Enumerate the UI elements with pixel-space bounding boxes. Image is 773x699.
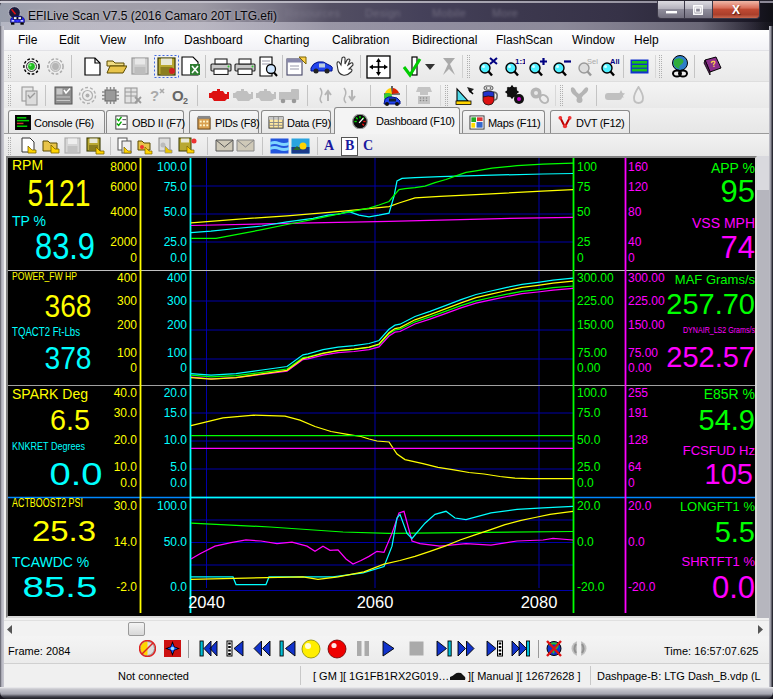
svg-text:ACTBOOST2 PSI: ACTBOOST2 PSI: [12, 496, 83, 510]
svg-text:FCSFUD Hz: FCSFUD Hz: [683, 443, 755, 458]
svg-text:25.3: 25.3: [32, 515, 96, 547]
svg-text:5.5: 5.5: [715, 516, 755, 548]
svg-text:8000: 8000: [110, 160, 137, 174]
svg-text:0: 0: [628, 476, 635, 490]
svg-text:0.0: 0.0: [577, 476, 594, 490]
svg-text:15.0: 15.0: [164, 406, 188, 420]
svg-text:54.9: 54.9: [699, 404, 755, 436]
svg-text:200: 200: [117, 318, 137, 332]
svg-text:20.0: 20.0: [628, 499, 652, 513]
svg-text:-2.0: -2.0: [116, 580, 137, 594]
svg-text:6.5: 6.5: [50, 404, 90, 436]
svg-text:100: 100: [167, 346, 187, 360]
svg-text:400: 400: [167, 271, 187, 285]
svg-text:50.0: 50.0: [164, 535, 188, 549]
svg-text:191: 191: [628, 406, 648, 420]
svg-text:30.0: 30.0: [114, 499, 138, 513]
svg-text:100: 100: [577, 160, 597, 174]
svg-text:20.0: 20.0: [577, 499, 601, 513]
svg-text:25.0: 25.0: [577, 460, 601, 474]
svg-text:105: 105: [705, 458, 753, 490]
svg-text:14.0: 14.0: [114, 535, 138, 549]
svg-text:160: 160: [628, 160, 648, 174]
svg-text:0.0: 0.0: [170, 251, 187, 265]
svg-text:All: All: [610, 57, 620, 66]
svg-text:50.0: 50.0: [577, 433, 601, 447]
svg-text:257.70: 257.70: [666, 288, 755, 320]
svg-text:300: 300: [167, 294, 187, 308]
svg-text:VSS MPH: VSS MPH: [692, 215, 755, 231]
svg-text:10.0: 10.0: [114, 460, 138, 474]
svg-text:0.0: 0.0: [628, 535, 645, 549]
svg-text:64: 64: [628, 460, 642, 474]
svg-text:5121: 5121: [28, 173, 91, 214]
svg-text:POWER_FW HP: POWER_FW HP: [12, 270, 77, 282]
svg-text:?: ?: [150, 87, 159, 104]
svg-text:40.0: 40.0: [114, 386, 138, 400]
svg-text:0.00: 0.00: [577, 361, 601, 375]
svg-text:300.00: 300.00: [577, 271, 614, 285]
svg-text:6000: 6000: [110, 180, 137, 194]
svg-text:40: 40: [628, 235, 642, 249]
svg-text:50: 50: [577, 205, 591, 219]
svg-text:LONGFT1 %: LONGFT1 %: [680, 499, 755, 514]
svg-text:2060: 2060: [357, 593, 394, 611]
svg-text:74: 74: [721, 230, 755, 265]
svg-text:0: 0: [577, 251, 584, 265]
svg-text:TQACT2 Ft-Lbs: TQACT2 Ft-Lbs: [12, 325, 80, 339]
svg-text:75.0: 75.0: [164, 180, 188, 194]
svg-text:83.9: 83.9: [35, 226, 95, 267]
svg-text:252.57: 252.57: [666, 341, 755, 373]
svg-text:0: 0: [180, 361, 187, 375]
svg-text:75.00: 75.00: [577, 346, 607, 360]
svg-text:5.0: 5.0: [170, 460, 187, 474]
svg-text:120: 120: [628, 180, 648, 194]
svg-text:1:1: 1:1: [515, 57, 525, 66]
svg-text:128: 128: [628, 433, 648, 447]
svg-text:225.00: 225.00: [628, 294, 665, 308]
svg-text:TCAWDC %: TCAWDC %: [12, 554, 89, 570]
svg-text:0.0: 0.0: [120, 476, 137, 490]
svg-text:378: 378: [45, 341, 92, 376]
svg-text:85.5: 85.5: [23, 571, 98, 603]
svg-text:20.0: 20.0: [164, 386, 188, 400]
svg-text:0.0: 0.0: [712, 570, 755, 605]
svg-text:0: 0: [628, 251, 635, 265]
svg-text:E85R %: E85R %: [704, 386, 755, 402]
svg-text:75.0: 75.0: [577, 406, 601, 420]
svg-text:20.0: 20.0: [114, 433, 138, 447]
svg-text:50.0: 50.0: [164, 205, 188, 219]
svg-text:-20.0: -20.0: [577, 580, 605, 594]
svg-text:400: 400: [117, 271, 137, 285]
svg-text:0.0: 0.0: [170, 476, 187, 490]
svg-text:DYNAIR_LS2 Grams/s: DYNAIR_LS2 Grams/s: [683, 325, 755, 335]
svg-text:300: 300: [117, 294, 137, 308]
svg-text:SPARK Deg: SPARK Deg: [12, 386, 88, 402]
svg-text:25.0: 25.0: [164, 235, 188, 249]
svg-text:4000: 4000: [110, 205, 137, 219]
svg-text:-20.0: -20.0: [628, 580, 656, 594]
svg-text:100.0: 100.0: [157, 160, 187, 174]
svg-text:25: 25: [577, 235, 591, 249]
svg-text:75: 75: [577, 180, 591, 194]
svg-text:225.00: 225.00: [577, 294, 614, 308]
svg-text:SHRTFT1 %: SHRTFT1 %: [682, 554, 755, 569]
svg-text:95: 95: [721, 174, 755, 209]
svg-text:0: 0: [130, 361, 137, 375]
svg-text:0: 0: [130, 251, 137, 265]
svg-text:75.00: 75.00: [628, 346, 658, 360]
svg-text:300.00: 300.00: [628, 271, 665, 285]
svg-text:2: 2: [183, 96, 188, 105]
svg-text:0.0: 0.0: [50, 457, 103, 492]
svg-text:150.00: 150.00: [628, 318, 665, 332]
svg-text:0.0: 0.0: [577, 535, 594, 549]
svg-text:Sel: Sel: [587, 57, 598, 66]
svg-text:100.0: 100.0: [577, 386, 607, 400]
svg-text:RPM: RPM: [12, 158, 43, 173]
svg-text:KNKRET Degrees: KNKRET Degrees: [12, 440, 85, 452]
svg-text:255: 255: [628, 386, 648, 400]
svg-text:2040: 2040: [188, 593, 225, 611]
svg-text:150.00: 150.00: [577, 318, 614, 332]
svg-text:80: 80: [628, 205, 642, 219]
svg-text:0.00: 0.00: [628, 361, 652, 375]
